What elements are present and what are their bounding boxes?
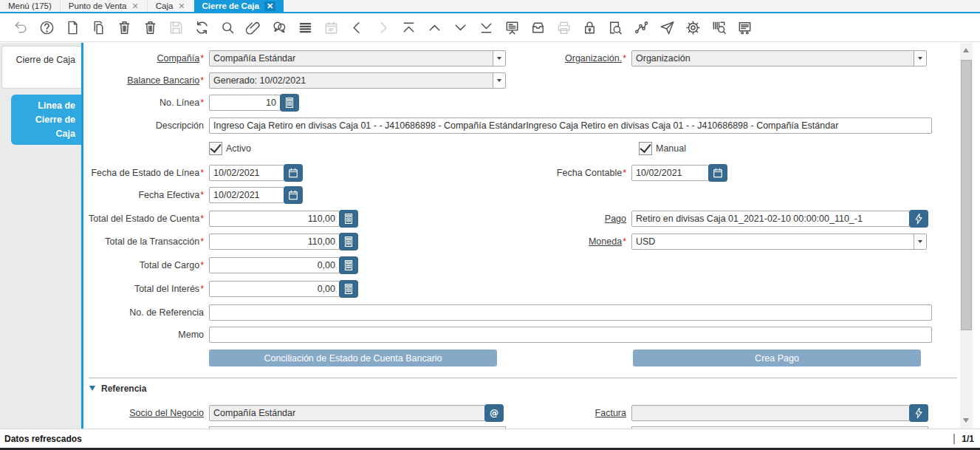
memo-input[interactable] xyxy=(209,327,932,343)
close-icon[interactable]: ✕ xyxy=(264,1,275,11)
delete-selection-icon[interactable] xyxy=(141,18,159,36)
parent-record-icon[interactable] xyxy=(425,18,443,36)
archive-icon[interactable] xyxy=(529,18,546,36)
conciliacion-button[interactable]: Conciliación de Estado de Cuenta Bancari… xyxy=(209,350,497,367)
label-activo: Activo xyxy=(226,142,251,155)
attachment-icon[interactable] xyxy=(244,18,262,36)
detail-record-icon[interactable] xyxy=(451,18,469,36)
record-count: 1/1 xyxy=(962,434,974,444)
scroll-down-icon[interactable] xyxy=(963,418,969,423)
report-icon[interactable] xyxy=(503,18,521,36)
undo-icon[interactable] xyxy=(12,18,30,36)
total-estado-cuenta-input[interactable]: 110,00 xyxy=(209,211,340,227)
export-icon[interactable] xyxy=(736,18,753,36)
scroll-up-icon[interactable] xyxy=(963,48,969,52)
calculator-icon xyxy=(342,212,355,225)
manual-checkbox[interactable] xyxy=(639,142,652,155)
label-total-cargo: Total de Cargo* xyxy=(83,257,204,273)
tab-cierre-de-caja[interactable]: Cierre de Caja ✕ xyxy=(194,0,284,12)
crea-pago-button[interactable]: Crea Pago xyxy=(633,350,921,367)
sidebar-tab-cierre-de-caja[interactable]: Cierre de Caja xyxy=(1,46,81,89)
calendar-button[interactable] xyxy=(284,164,303,182)
grid-toggle-icon[interactable] xyxy=(296,18,314,36)
lightning-icon xyxy=(912,212,925,225)
print-icon xyxy=(555,18,572,36)
calculator-button[interactable] xyxy=(339,210,358,228)
calculator-button[interactable] xyxy=(280,94,299,112)
total-cargo-input[interactable]: 0,00 xyxy=(209,257,340,273)
vertical-scrollbar[interactable] xyxy=(960,43,973,429)
total-interes-input[interactable]: 0,00 xyxy=(209,281,340,297)
chevron-down-icon[interactable] xyxy=(493,73,505,88)
tab-caja[interactable]: Caja ✕ xyxy=(148,0,194,12)
help-icon[interactable] xyxy=(38,18,55,36)
copy-record-icon[interactable] xyxy=(89,18,107,36)
calendar-icon xyxy=(322,18,340,36)
previous-record-icon[interactable] xyxy=(348,18,366,36)
label-pago: Pago xyxy=(401,211,626,227)
detail-tab-sidebar: Cierre de Caja Linea de Cierre de Caja xyxy=(0,43,81,429)
send-icon[interactable] xyxy=(658,18,676,36)
label-descripcion: Descripción xyxy=(83,117,204,134)
fecha-estado-linea-input[interactable]: 10/02/2021 xyxy=(209,165,284,181)
chevron-down-icon[interactable] xyxy=(914,51,926,66)
section-divider xyxy=(89,378,957,378)
descripcion-input[interactable]: Ingreso Caja Retiro en divisas Caja 01 -… xyxy=(209,117,932,134)
label-manual: Manual xyxy=(656,142,686,155)
scrollbar-thumb[interactable] xyxy=(961,60,972,330)
sidebar-tab-linea-de-cierre-de-caja[interactable]: Linea de Cierre de Caja xyxy=(11,95,81,145)
tab-label: Cierre de Caja xyxy=(202,1,259,10)
chat-icon[interactable] xyxy=(270,18,288,36)
label-socio-negocio: Socio del Negocio xyxy=(83,405,204,421)
calendar-icon xyxy=(287,166,300,180)
label-compania: Compañía* xyxy=(83,50,204,67)
collapse-section-icon[interactable] xyxy=(89,386,95,391)
tab-label: Caja xyxy=(156,1,174,10)
moneda-combobox[interactable]: USD xyxy=(631,233,927,250)
lock-icon[interactable] xyxy=(580,18,598,36)
calendar-button[interactable] xyxy=(708,164,727,182)
chevron-down-icon[interactable] xyxy=(914,234,926,249)
no-referencia-input[interactable] xyxy=(209,304,932,321)
calculator-icon xyxy=(342,235,355,248)
balance-bancario-combobox[interactable]: Generado: 10/02/2021 xyxy=(209,72,506,89)
record-search-button[interactable] xyxy=(909,404,928,422)
preferences-icon[interactable] xyxy=(684,18,702,36)
label-moneda: Moneda* xyxy=(401,233,626,250)
fecha-efectiva-input[interactable]: 10/02/2021 xyxy=(209,187,284,203)
status-bar: Datos refrescados 1/1 xyxy=(0,429,980,448)
product-info-icon[interactable] xyxy=(710,18,727,36)
factura-input[interactable] xyxy=(631,405,910,421)
calculator-button[interactable] xyxy=(339,280,358,298)
last-record-icon[interactable] xyxy=(477,18,495,36)
calculator-button[interactable] xyxy=(339,233,358,250)
label-fecha-contable: Fecha Contable* xyxy=(401,165,626,181)
organizacion-combobox[interactable]: Organización xyxy=(631,50,927,67)
calculator-icon xyxy=(283,96,296,109)
toolbar xyxy=(0,13,980,42)
fecha-contable-input[interactable]: 10/02/2021 xyxy=(631,165,709,181)
pago-input[interactable]: Retiro en divisas Caja 01_2021-02-10 00:… xyxy=(631,211,910,227)
delete-record-icon[interactable] xyxy=(115,18,133,36)
close-icon[interactable]: ✕ xyxy=(131,2,138,10)
label-no-referencia: No. de Referencia xyxy=(83,304,204,321)
tab-label: Punto de Venta xyxy=(69,1,127,10)
first-record-icon[interactable] xyxy=(400,18,417,36)
workflow-icon[interactable] xyxy=(632,18,650,36)
refresh-icon[interactable] xyxy=(193,18,210,36)
new-record-icon[interactable] xyxy=(64,18,81,36)
tab-menu[interactable]: Menú (175) xyxy=(0,0,61,12)
tab-punto-de-venta[interactable]: Punto de Venta ✕ xyxy=(61,0,148,12)
close-icon[interactable]: ✕ xyxy=(178,2,185,10)
total-transaccion-input[interactable]: 110,00 xyxy=(209,233,340,250)
activo-checkbox[interactable] xyxy=(209,142,222,155)
no-linea-input[interactable]: 10 xyxy=(209,95,281,111)
calculator-button[interactable] xyxy=(339,256,358,274)
label-no-linea: No. Línea* xyxy=(83,95,204,111)
record-search-button[interactable] xyxy=(909,210,928,228)
find-icon[interactable] xyxy=(219,18,236,36)
calendar-button[interactable] xyxy=(284,186,303,204)
label-fecha-efectiva: Fecha Efectiva* xyxy=(83,187,204,203)
zoom-across-icon[interactable] xyxy=(606,18,624,36)
section-title-referencia: Referencia xyxy=(101,383,146,394)
